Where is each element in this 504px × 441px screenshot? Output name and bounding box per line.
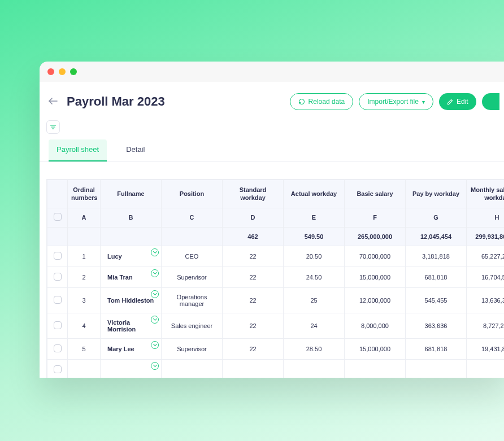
row-expand-icon[interactable] [151,341,159,349]
filter-button[interactable] [46,120,60,134]
page-header: Payroll Mar 2023 Reload data Import/Expo… [40,93,504,120]
reload-data-button[interactable]: Reload data [290,93,354,110]
cell-fullname: Mia Tran [101,267,162,287]
cell-pay-by-workday: 363,636 [406,313,467,338]
cell-fullname: Lucy [101,246,162,267]
col-letter: A [68,208,101,227]
row-checkbox-cell[interactable] [47,338,68,359]
col-letter: B [101,208,162,227]
totals-monthly-salary: 299,931,804.50 [467,227,505,246]
cell-standard-workday [223,359,284,378]
overflow-action-button[interactable] [482,93,499,110]
table-header-row: Ordinal numbers Fullname Position Standa… [47,180,505,208]
filter-icon [50,124,57,130]
payroll-table-container: Ordinal numbers Fullname Position Standa… [46,179,504,378]
table-row[interactable]: 1LucyCEO2220.5070,000,0003,181,81865,227… [47,246,505,267]
cell-ordinal: 3 [68,287,101,313]
header-basic-salary: Basic salary [345,180,406,208]
cell-actual-workday: 24 [284,313,345,338]
cell-fullname: Mary Lee [101,338,162,359]
row-expand-icon[interactable] [151,290,159,298]
header-fullname: Fullname [101,180,162,208]
import-export-label: Import/Export file [367,98,419,106]
cell-basic-salary: 12,000,000 [345,287,406,313]
cell-monthly-salary: 65,227,269 [467,246,505,267]
table-row[interactable] [47,359,505,378]
row-checkbox[interactable] [54,344,62,352]
back-button[interactable] [46,95,60,109]
select-all-checkbox[interactable] [54,213,62,221]
totals-pay-by-workday: 12,045,454 [406,227,467,246]
pencil-icon [447,99,453,105]
reload-icon [298,98,305,105]
row-checkbox[interactable] [54,321,62,329]
row-checkbox[interactable] [54,252,62,260]
row-checkbox-cell[interactable] [47,246,68,267]
window-titlebar [40,62,504,82]
cell-position [162,359,223,378]
table-row[interactable]: 4Victoria MorrisionSales engineer22248,0… [47,313,505,338]
header-monthly-salary: Monthly salary by workday [467,180,505,208]
window-minimize-button[interactable] [59,68,66,75]
row-checkbox-cell[interactable] [47,267,68,287]
totals-blank [162,227,223,246]
edit-button[interactable]: Edit [439,93,476,110]
cell-fullname [101,359,162,378]
row-checkbox-cell[interactable] [47,287,68,313]
col-letter: C [162,208,223,227]
cell-ordinal: 5 [68,338,101,359]
tab-detail[interactable]: Detail [123,139,148,161]
header-checkbox-cell [47,180,68,208]
tab-payroll-sheet[interactable]: Payroll sheet [49,139,107,161]
cell-fullname: Tom Hiddleston [101,287,162,313]
window-maximize-button[interactable] [70,68,77,75]
row-checkbox[interactable] [54,365,62,373]
cell-basic-salary: 70,000,000 [345,246,406,267]
row-expand-icon[interactable] [151,248,159,256]
row-checkbox[interactable] [54,296,62,304]
cell-ordinal: 1 [68,246,101,267]
table-letter-row: A B C D E F G H [47,208,505,227]
cell-actual-workday [284,359,345,378]
col-letter: E [284,208,345,227]
window-close-button[interactable] [47,68,54,75]
cell-fullname: Victoria Morrision [101,313,162,338]
cell-position: Supervisor [162,338,223,359]
cell-standard-workday: 22 [223,313,284,338]
row-checkbox-cell[interactable] [47,313,68,338]
cell-basic-salary: 8,000,000 [345,313,406,338]
cell-pay-by-workday [406,359,467,378]
header-pay-by-workday: Pay by workday [406,180,467,208]
cell-ordinal: 4 [68,313,101,338]
cell-pay-by-workday: 681,818 [406,267,467,287]
row-expand-icon[interactable] [151,362,159,370]
totals-basic-salary: 265,000,000 [345,227,406,246]
totals-actual-workday: 549.50 [284,227,345,246]
cell-actual-workday: 20.50 [284,246,345,267]
chevron-down-icon: ▾ [422,99,425,105]
tab-bar: Payroll sheet Detail [40,139,504,162]
edit-label: Edit [457,98,468,106]
table-row[interactable]: 3Tom HiddlestonOperations manager222512,… [47,287,505,313]
letter-checkbox-cell[interactable] [47,208,68,227]
import-export-button[interactable]: Import/Export file ▾ [359,93,433,110]
header-actual-workday: Actual workday [284,180,345,208]
row-expand-icon[interactable] [151,269,159,277]
cell-monthly-salary: 13,636,375 [467,287,505,313]
app-window: Payroll Mar 2023 Reload data Import/Expo… [40,62,504,378]
cell-standard-workday: 22 [223,338,284,359]
cell-actual-workday: 28.50 [284,338,345,359]
row-checkbox-cell[interactable] [47,359,68,378]
cell-pay-by-workday: 3,181,818 [406,246,467,267]
table-row[interactable]: 5Mary LeeSupervisor2228.5015,000,000681,… [47,338,505,359]
row-checkbox[interactable] [54,273,62,281]
col-letter: D [223,208,284,227]
payroll-table: Ordinal numbers Fullname Position Standa… [47,180,504,378]
row-expand-icon[interactable] [151,316,159,324]
cell-position: Supervisor [162,267,223,287]
cell-monthly-salary: 19,431,813 [467,338,505,359]
tab-label: Payroll sheet [57,145,99,154]
tab-label: Detail [126,145,145,154]
table-row[interactable]: 2Mia TranSupervisor2224.5015,000,000681,… [47,267,505,287]
arrow-left-icon [49,97,58,105]
